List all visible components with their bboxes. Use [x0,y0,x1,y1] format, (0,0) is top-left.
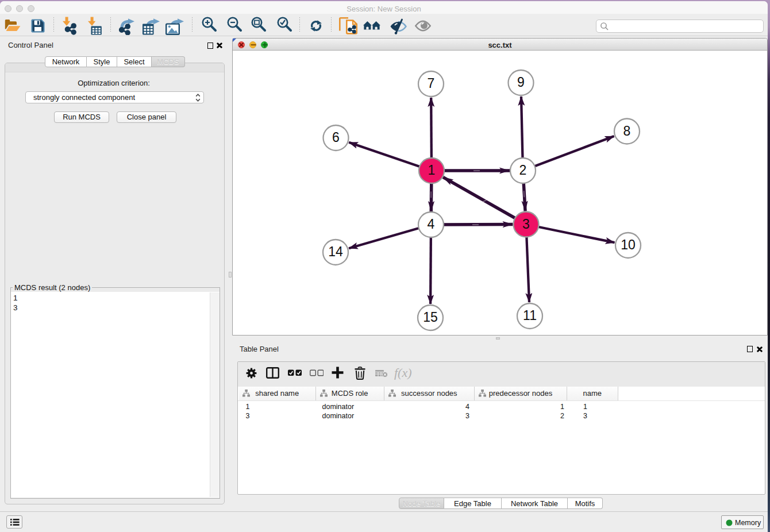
svg-text:3: 3 [522,217,530,232]
svg-text:10: 10 [621,237,636,252]
svg-text:9: 9 [517,75,525,90]
svg-text:14: 14 [328,244,343,259]
svg-text:8: 8 [623,124,631,138]
svg-text:4: 4 [428,217,435,232]
svg-text:15: 15 [423,310,438,325]
svg-text:1: 1 [428,163,436,178]
svg-text:7: 7 [428,76,435,91]
svg-text:2: 2 [519,163,527,178]
svg-text:11: 11 [523,308,537,323]
svg-text:6: 6 [332,130,340,145]
